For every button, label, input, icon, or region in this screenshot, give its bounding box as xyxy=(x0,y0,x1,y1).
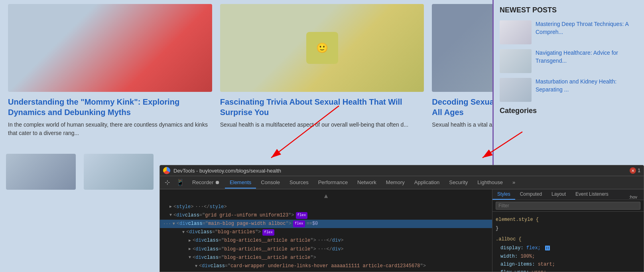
scroll-up-indicator[interactable]: ▲ xyxy=(160,191,492,203)
hover-indicator: :hov xyxy=(629,195,637,199)
website-background: Understanding the "Mommy Kink": Explorin… xyxy=(0,0,644,172)
sidebar-post-title-3[interactable]: Masturbation and Kidney Health: Separati… xyxy=(536,78,638,93)
html-line-style: ▶ <style> ··· </style> xyxy=(160,203,492,211)
html-line-grid-div: ▼ <div class="grid grid--uniform uniform… xyxy=(160,211,492,220)
tab-elements[interactable]: Elements xyxy=(225,177,256,189)
styles-filter-input[interactable] xyxy=(496,202,640,210)
article-title-1[interactable]: Understanding the "Mommy Kink": Explorin… xyxy=(8,97,212,117)
grid-icon[interactable] xyxy=(545,246,550,250)
article-excerpt-1: In the complex world of human sexuality,… xyxy=(8,121,212,137)
expand-article-1[interactable]: ▶ xyxy=(189,238,191,244)
expand-card-wrapper[interactable]: ▼ xyxy=(195,263,197,270)
tab-memory[interactable]: Memory xyxy=(381,177,410,189)
devtools-device-icon[interactable]: 📱 xyxy=(173,176,187,189)
expand-article-2[interactable]: ▶ xyxy=(189,246,191,252)
tab-network[interactable]: Network xyxy=(353,177,381,189)
allboc-selector: .allboc { xyxy=(496,235,640,243)
bottom-image-2 xyxy=(84,154,154,190)
tab-security[interactable]: Security xyxy=(444,177,473,189)
expand-grid[interactable]: ▼ xyxy=(169,212,172,218)
element-style-selector: element.style { xyxy=(496,216,640,224)
tab-recorder[interactable]: Recorder ⏺ xyxy=(187,177,225,189)
article-image-2: 🙂 xyxy=(220,4,424,92)
sidebar: NEWEST POSTS Mastering Deep Throat Techn… xyxy=(492,0,644,172)
article-title-2[interactable]: Fascinating Trivia About Sexual Health T… xyxy=(220,97,424,117)
devtools-close-area: ✕ 1 xyxy=(630,167,640,174)
devtools-title: DevTools - buylovetoy.com/blogs/sexual-h… xyxy=(173,168,281,174)
tab-console[interactable]: Console xyxy=(256,177,285,189)
newest-posts-title: NEWEST POSTS xyxy=(500,6,638,14)
html-line-card: ▼ <div class="card article-card card--st… xyxy=(160,270,492,272)
sidebar-post-title-1[interactable]: Mastering Deep Throat Techniques: A Comp… xyxy=(536,20,638,36)
expand-blog-articles[interactable]: ▼ xyxy=(182,229,185,236)
tab-performance[interactable]: Performance xyxy=(313,177,353,189)
expand-main-blog[interactable]: ▼ xyxy=(173,221,175,227)
sidebar-post-3: Masturbation and Kidney Health: Separati… xyxy=(500,78,638,102)
devtools-tabs-bar: ⊹ 📱 Recorder ⏺ Elements Console Sources … xyxy=(160,176,644,189)
styles-content-area: element.style { } .allboc { display: fle… xyxy=(492,212,644,272)
html-line-card-wrapper: ▼ <div class="card-wrapper underline-lin… xyxy=(160,262,492,270)
html-line-article-3: ▼ <div class="blog-articles__article art… xyxy=(160,254,492,262)
sidebar-post-title-2[interactable]: Navigating Healthcare: Advice for Transg… xyxy=(536,49,638,65)
styles-width-rule: width: 100%; xyxy=(496,252,640,260)
styles-display-rule: display: flex; xyxy=(496,244,640,252)
element-style-close: } xyxy=(496,224,640,232)
styles-panel: Styles Computed Layout Event Listeners :… xyxy=(492,189,644,272)
sidebar-thumb-2 xyxy=(500,49,532,73)
styles-tab-event-listeners[interactable]: Event Listeners xyxy=(571,189,613,200)
sidebar-thumb-1 xyxy=(500,20,532,44)
article-card-1: Understanding the "Mommy Kink": Explorin… xyxy=(8,4,212,137)
html-line-main-blog[interactable]: ··· ▼ <div class="main-blog page-width a… xyxy=(160,220,492,228)
categories-title: Categories xyxy=(500,107,638,115)
html-line-article-2: ▶ <div class="blog-articles__article art… xyxy=(160,245,492,254)
flex-badge-main[interactable]: flex xyxy=(293,220,305,227)
devtools-titlebar: DevTools - buylovetoy.com/blogs/sexual-h… xyxy=(160,165,644,176)
article2-dots[interactable]: ··· xyxy=(318,246,327,253)
chrome-icon xyxy=(163,167,170,174)
devtools-cursor-icon[interactable]: ⊹ xyxy=(161,176,173,189)
tab-sources[interactable]: Sources xyxy=(285,177,313,189)
tab-lighthouse[interactable]: Lighthouse xyxy=(473,177,508,189)
tab-more[interactable]: » xyxy=(508,177,520,189)
html-line-blog-articles: ▼ <div class="blog-articles "> flex xyxy=(160,228,492,236)
article-image-1 xyxy=(8,4,212,92)
styles-tab-layout[interactable]: Layout xyxy=(547,189,571,200)
devtools-instance-count: 1 xyxy=(638,168,640,173)
styles-tab-computed[interactable]: Computed xyxy=(515,189,547,200)
html-panel: ▲ ▶ <style> ··· </style> ▼ <div class="g… xyxy=(160,189,492,272)
close-button[interactable]: ✕ xyxy=(630,167,636,174)
sidebar-thumb-3 xyxy=(500,78,532,102)
article-card-2: 🙂 Fascinating Trivia About Sexual Health… xyxy=(220,4,424,137)
styles-tab-styles[interactable]: Styles xyxy=(492,189,515,200)
html-line-article-1: ▶ <div class="blog-articles__article art… xyxy=(160,236,492,245)
website-bottom-section xyxy=(0,152,160,192)
flex-badge-articles[interactable]: flex xyxy=(262,229,274,236)
devtools-body: ▲ ▶ <style> ··· </style> ▼ <div class="g… xyxy=(160,189,644,272)
tab-application[interactable]: Application xyxy=(410,177,445,189)
expand-style[interactable]: ▶ xyxy=(169,204,172,210)
styles-align-items-rule: align-items: start; xyxy=(496,260,640,268)
styles-flex-wrap-rule: flex-wrap: wrap; xyxy=(496,268,640,272)
sidebar-post-2: Navigating Healthcare: Advice for Transg… xyxy=(500,49,638,73)
styles-filter-area: :hov xyxy=(492,200,644,212)
article1-dots[interactable]: ··· xyxy=(318,237,327,244)
styles-tabs-bar: Styles Computed Layout Event Listeners xyxy=(492,189,644,200)
sidebar-post-1: Mastering Deep Throat Techniques: A Comp… xyxy=(500,20,638,44)
article-excerpt-2: Sexual health is a multifaceted aspect o… xyxy=(220,121,424,129)
flex-badge-grid[interactable]: flex xyxy=(296,212,308,218)
bottom-image-1 xyxy=(6,154,76,190)
devtools-panel: DevTools - buylovetoy.com/blogs/sexual-h… xyxy=(160,165,644,272)
expand-article-3[interactable]: ▼ xyxy=(189,254,191,261)
style-dots[interactable]: ··· xyxy=(195,203,204,211)
